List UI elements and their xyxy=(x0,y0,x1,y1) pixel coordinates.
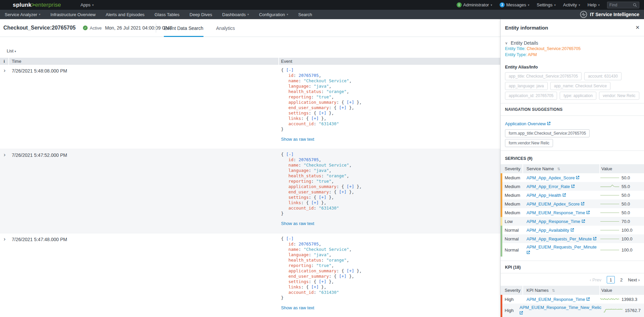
pagination-prev[interactable]: ‹ Prev xyxy=(590,277,601,282)
messages-menu[interactable]: 3 Messages ▾ xyxy=(500,2,530,7)
json-value: 20765705 xyxy=(298,241,319,246)
json-toggle[interactable]: [+] xyxy=(319,279,326,284)
json-value: "631430" xyxy=(319,206,339,211)
json-key: reporting xyxy=(288,263,311,268)
settings-menu[interactable]: Settings ▾ xyxy=(537,2,556,7)
expand-chevron-icon[interactable]: › xyxy=(4,152,6,157)
json-value: , xyxy=(319,73,321,78)
service-name-link[interactable]: APM_EUEM_Apdex_Score xyxy=(526,201,585,207)
kpi-col-severity[interactable]: Severity ▾ xyxy=(501,286,523,295)
find-search-input[interactable]: Find xyxy=(607,2,639,8)
tab-analytics[interactable]: Analytics xyxy=(216,19,235,37)
json-line: } xyxy=(281,211,500,216)
show-as-raw-text-link[interactable]: Show as raw text xyxy=(281,221,314,226)
list-format-dropdown[interactable]: List▾ xyxy=(7,48,16,53)
service-name-link[interactable]: APM_App_Response_Time xyxy=(526,219,585,224)
pagination-next[interactable]: Next › xyxy=(628,277,640,282)
nav-alerts-and-episodes[interactable]: Alerts and Episodes xyxy=(101,12,150,17)
json-line: account_id: "631430" xyxy=(281,121,500,127)
json-value: , xyxy=(349,78,352,83)
nav-deep-dives[interactable]: Deep Dives xyxy=(185,12,217,17)
pagination-page-2[interactable]: 2 xyxy=(620,277,623,282)
sparkline-chart xyxy=(600,184,619,189)
json-toggle[interactable]: [+] xyxy=(347,100,354,105)
administrator-menu[interactable]: i Administrator ▾ xyxy=(457,2,492,7)
json-value: : xyxy=(298,163,304,168)
severity-color-bar xyxy=(501,243,502,257)
nav-infrastructure-overview[interactable]: Infrastructure Overview xyxy=(45,12,100,17)
severity-color-bar xyxy=(501,217,502,226)
nav-glass-tables[interactable]: Glass Tables xyxy=(149,12,184,17)
json-line: reporting: "true", xyxy=(281,263,500,268)
external-link-icon xyxy=(582,219,585,223)
nav-search[interactable]: Search xyxy=(293,12,317,17)
value-number: 70.0 xyxy=(622,219,630,224)
help-menu[interactable]: Help ▾ xyxy=(588,2,600,7)
value-cell: 50.0 xyxy=(600,210,644,215)
services-rows: MediumAPM_App_Apdex_Score 50.0MediumAPM_… xyxy=(501,173,644,257)
json-toggle[interactable]: [+] xyxy=(311,116,319,121)
service-name-link[interactable]: APM_App_Health xyxy=(526,193,566,198)
json-toggle[interactable]: [+] xyxy=(339,105,347,110)
json-key: application_summary xyxy=(288,100,336,105)
show-as-raw-text-link[interactable]: Show as raw text xyxy=(281,137,314,142)
json-key: application_summary xyxy=(288,184,336,189)
pagination-page-1[interactable]: 1 xyxy=(607,276,615,283)
service-name-link[interactable]: APM_EUEM_Requests_Per_Minute xyxy=(526,244,597,255)
kpi-name-link[interactable]: APM_EUEM_Response_Time xyxy=(526,297,590,302)
tab-event-data-search[interactable]: Event Data Search xyxy=(164,19,203,37)
close-icon[interactable]: ✕ xyxy=(635,25,640,31)
severity-label: Normal xyxy=(501,228,523,233)
service-name-link[interactable]: APM_App_Apdex_Score xyxy=(526,175,580,180)
json-key: id xyxy=(288,241,293,246)
json-toggle[interactable]: [+] xyxy=(339,274,347,279)
expand-chevron-icon[interactable]: › xyxy=(4,237,6,241)
apps-menu[interactable]: Apps ▾ xyxy=(81,2,94,7)
show-as-raw-text-link[interactable]: Show as raw text xyxy=(281,305,314,310)
kpi-name-link[interactable]: APM_EUEM_Response_Time_New_Relic xyxy=(519,305,601,316)
json-line: settings: { [+] }, xyxy=(281,110,500,116)
service-name-link[interactable]: APM_EUEM_Response_Time xyxy=(526,210,590,215)
json-toggle[interactable]: [+] xyxy=(319,110,326,116)
chevron-down-icon: ▾ xyxy=(579,3,580,7)
json-toggle[interactable]: [+] xyxy=(339,189,347,194)
application-overview-link[interactable]: Application Overview xyxy=(505,121,551,126)
service-name-link[interactable]: APM_App_Error_Rate xyxy=(526,184,575,189)
json-value: { xyxy=(281,236,286,241)
event-json-block: { [-]id: 20765705,name: "Checkout Servic… xyxy=(281,236,500,301)
json-toggle[interactable]: [+] xyxy=(347,184,354,189)
expand-chevron-icon[interactable]: › xyxy=(4,68,6,73)
json-toggle[interactable]: [+] xyxy=(319,195,326,200)
json-value: }, xyxy=(319,284,326,289)
nav-dashboards[interactable]: Dashboards ▾ xyxy=(217,12,254,17)
activity-menu[interactable]: Activity ▾ xyxy=(563,2,580,7)
json-value: "orange" xyxy=(326,258,347,263)
nav-configuration[interactable]: Configuration ▾ xyxy=(254,12,293,17)
kpi-col-names[interactable]: KPI Names ⇅ xyxy=(523,286,600,295)
entity-details-toggle[interactable]: ∨ Entity Details xyxy=(505,40,640,46)
json-toggle[interactable]: [-] xyxy=(286,236,294,241)
json-value: "Checkout Service" xyxy=(304,247,349,252)
severity-color-bar xyxy=(501,182,502,191)
services-col-name[interactable]: Service Name ⇅ xyxy=(523,164,600,173)
splunk-logo[interactable]: splunk>enterprise xyxy=(13,2,61,8)
severity-label: Medium xyxy=(501,175,523,180)
kpi-row: HighAPM_EUEM_Response_Time_New_Relic 157… xyxy=(501,304,644,317)
services-col-severity[interactable]: Severity ▾ xyxy=(501,164,523,173)
column-header-time[interactable]: Time xyxy=(9,58,279,65)
event-json: { [-]id: 20765705,name: "Checkout Servic… xyxy=(279,233,500,317)
json-toggle[interactable]: [-] xyxy=(286,152,294,157)
json-line: } xyxy=(281,127,500,132)
json-value: }, xyxy=(347,105,354,110)
json-toggle[interactable]: [+] xyxy=(347,268,354,273)
json-key: language xyxy=(288,84,309,89)
json-line: id: 20765705, xyxy=(281,157,500,163)
severity-label: Medium xyxy=(501,201,523,207)
severity-color-bar xyxy=(501,208,502,217)
nav-service-analyzer[interactable]: Service Analyzer ▾ xyxy=(0,12,45,17)
json-toggle[interactable]: [+] xyxy=(311,284,319,289)
service-name-link[interactable]: APM_App_Availability xyxy=(526,228,574,233)
json-toggle[interactable]: [-] xyxy=(286,67,294,73)
json-toggle[interactable]: [+] xyxy=(311,200,319,205)
service-name-link[interactable]: APM_App_Requests_Per_Minute xyxy=(526,236,597,241)
